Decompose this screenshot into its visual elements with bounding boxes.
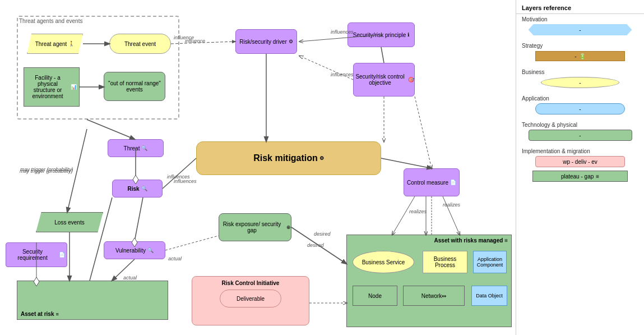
risk-security-driver-node[interactable]: Risk/security driver ⚙ bbox=[235, 29, 297, 54]
motivation-shape: - bbox=[529, 24, 632, 35]
threat-event-node[interactable]: Threat event bbox=[109, 34, 171, 54]
svg-text:realizes: realizes bbox=[443, 202, 461, 208]
security-req-node[interactable]: Security requirement 📄 bbox=[6, 242, 67, 267]
svg-line-18 bbox=[135, 198, 143, 241]
deliverable-node[interactable]: Deliverable bbox=[220, 290, 281, 308]
threat-agent-node[interactable]: Threat agent 🚶 bbox=[27, 34, 83, 54]
risk-mitigation-node[interactable]: Risk mitigation ⚙ bbox=[196, 141, 381, 175]
chart-icon: 📊 bbox=[71, 84, 77, 90]
svg-text:actual: actual bbox=[168, 256, 182, 261]
security-risk-objective-node[interactable]: Security/risk control objective 🎯 bbox=[353, 63, 415, 97]
svg-line-6 bbox=[381, 47, 384, 63]
impl-shape: wp - deliv - ev bbox=[535, 156, 625, 167]
circle-icon: ⊕ bbox=[286, 224, 291, 230]
search-icon2: 🔍 bbox=[141, 186, 147, 191]
plateau-shape: plateau - gap ≡ bbox=[532, 171, 628, 182]
person-icon: 🚶 bbox=[68, 41, 75, 47]
svg-line-31 bbox=[165, 236, 219, 250]
business-shape: - bbox=[541, 77, 619, 88]
svg-text:desired: desired bbox=[307, 242, 325, 248]
asset-at-risk-node[interactable]: Asset at risk ≡ bbox=[17, 281, 168, 320]
lines-icon: ≡ bbox=[596, 173, 599, 180]
doc-icon: 📄 bbox=[59, 252, 65, 258]
business-service-node[interactable]: Business Service bbox=[353, 251, 414, 273]
legend-motivation-section: Motivation - bbox=[516, 14, 644, 40]
battery-icon: 🔋 bbox=[579, 53, 586, 59]
facility-node[interactable]: Facility - a physical structure or envir… bbox=[24, 67, 80, 107]
app-component-node[interactable]: Application Component bbox=[473, 251, 507, 273]
legend-tech-section: Technology & physical - bbox=[516, 120, 644, 146]
svg-line-25 bbox=[392, 196, 415, 235]
search-icon3: 🔍 bbox=[147, 247, 154, 253]
loss-events-node[interactable]: Loss events bbox=[36, 212, 103, 232]
svg-line-24 bbox=[381, 158, 432, 168]
gear-icon: ⚙ bbox=[289, 39, 293, 44]
data-object-node[interactable]: Data Object bbox=[471, 286, 507, 306]
asset-risks-managed-node[interactable]: Asset with risks managed ≡ Business Serv… bbox=[346, 235, 512, 327]
out-of-normal-node[interactable]: "out of normal range" events bbox=[104, 72, 165, 101]
svg-line-27 bbox=[443, 196, 460, 235]
application-shape: - bbox=[535, 103, 625, 114]
legend-impl-section: Implementation & migration wp - deliv - … bbox=[516, 146, 644, 187]
threat-node[interactable]: Threat 🔍 bbox=[108, 139, 164, 157]
menu-icon2: ≡ bbox=[504, 237, 508, 244]
gear-icon2: ⚙ bbox=[319, 155, 324, 161]
diagram-area: Threat agents and events Threat agent 🚶 … bbox=[0, 0, 516, 335]
influences-label: influences bbox=[331, 72, 354, 77]
realizes-label: realizes bbox=[409, 209, 427, 214]
tech-shape: - bbox=[529, 130, 632, 141]
legend-application-section: Application - bbox=[516, 93, 644, 120]
info-icon: ℹ bbox=[407, 32, 409, 38]
node-box-node[interactable]: Node bbox=[353, 286, 397, 306]
network-node[interactable]: Network ⇔ bbox=[403, 286, 465, 306]
risk-exposure-node[interactable]: Risk exposure/ security gap ⊕ bbox=[219, 213, 291, 241]
doc-icon2: 📄 bbox=[450, 180, 456, 185]
business-process-node[interactable]: Business Process bbox=[423, 251, 467, 273]
control-measure-node[interactable]: Control measure 📄 bbox=[404, 168, 460, 196]
actual-label: actual bbox=[123, 275, 137, 281]
security-risk-principle-node[interactable]: Security/risk principle ℹ bbox=[348, 22, 415, 47]
legend-business-section: Business - bbox=[516, 67, 644, 93]
influences2-label: influences bbox=[174, 178, 197, 184]
arrows-icon: ⇔ bbox=[442, 293, 446, 299]
threat-agents-label: Threat agents and events bbox=[19, 18, 82, 24]
svg-line-9 bbox=[87, 120, 135, 139]
legend-strategy-section: Strategy - 🔋 bbox=[516, 40, 644, 67]
svg-line-12 bbox=[90, 198, 112, 281]
desired-label: desired bbox=[314, 231, 331, 237]
risk-control-initiative-box[interactable]: Risk Control Initiative Deliverable bbox=[192, 276, 309, 325]
vulnerability-node[interactable]: Vulnerability 🔍 bbox=[104, 241, 165, 259]
legend-title: Layers reference bbox=[516, 0, 644, 14]
menu-icon: ≡ bbox=[55, 311, 58, 317]
search-icon: 🔍 bbox=[141, 145, 147, 151]
legend-area: Layers reference Motivation - Strategy -… bbox=[516, 0, 644, 335]
influence-label: influence bbox=[185, 38, 205, 44]
svg-line-35 bbox=[415, 97, 432, 168]
strategy-shape: - 🔋 bbox=[535, 51, 625, 61]
may-trigger-label: may trigger (probability) bbox=[20, 168, 73, 174]
risk-node[interactable]: Risk 🔍 bbox=[112, 180, 163, 198]
target-icon: 🎯 bbox=[408, 77, 414, 82]
